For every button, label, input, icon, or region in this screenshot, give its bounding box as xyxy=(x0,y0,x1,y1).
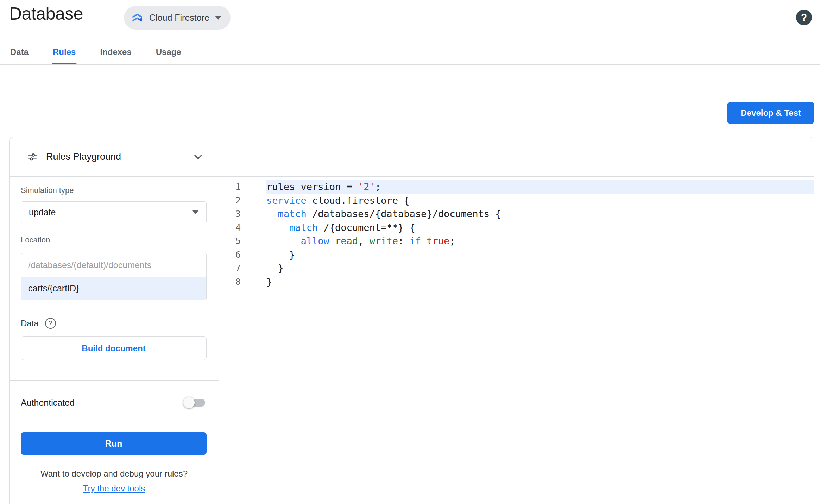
rules-playground-header: Rules Playground xyxy=(10,137,219,177)
help-button[interactable]: ? xyxy=(796,10,812,25)
authenticated-label: Authenticated xyxy=(21,398,75,408)
code-text: match /databases/{database}/documents { xyxy=(266,207,814,221)
simulation-type-select[interactable]: update xyxy=(21,201,207,223)
code-text: service cloud.firestore { xyxy=(266,194,814,208)
rules-playground-panel: Rules Playground Simulation type update … xyxy=(10,137,219,504)
line-number: 8 xyxy=(219,275,266,289)
code-line-7[interactable]: 7 } xyxy=(219,262,814,275)
product-selector-label: Cloud Firestore xyxy=(149,13,209,23)
code-line-1[interactable]: 1rules_version = '2'; xyxy=(219,180,814,194)
code-line-2[interactable]: 2service cloud.firestore { xyxy=(219,194,814,208)
code-line-4[interactable]: 4 match /{document=**} { xyxy=(219,221,814,235)
code-line-6[interactable]: 6 } xyxy=(219,248,814,262)
dev-tools-prompt: Want to develop and debug your rules? xyxy=(10,469,219,479)
tab-usage[interactable]: Usage xyxy=(155,39,182,64)
tab-data[interactable]: Data xyxy=(9,39,30,64)
authenticated-toggle[interactable] xyxy=(183,396,207,409)
line-number: 5 xyxy=(219,234,266,248)
toggle-knob xyxy=(183,397,195,408)
chevron-down-icon xyxy=(192,210,198,214)
code-text: rules_version = '2'; xyxy=(266,180,814,194)
line-number: 4 xyxy=(219,221,266,235)
page-title: Database xyxy=(9,4,83,24)
data-row: Data ? xyxy=(21,318,207,329)
simulation-type-label: Simulation type xyxy=(21,186,207,195)
tab-indexes[interactable]: Indexes xyxy=(99,39,132,64)
rules-editor: 1rules_version = '2';2service cloud.fire… xyxy=(219,137,814,504)
run-row: Run xyxy=(10,409,219,455)
location-label: Location xyxy=(21,235,207,245)
product-selector-chip[interactable]: Cloud Firestore xyxy=(124,6,231,30)
line-number: 1 xyxy=(219,180,266,194)
tune-icon xyxy=(27,152,38,162)
location-prefix: /databases/(default)/documents xyxy=(21,253,206,277)
location-input[interactable]: carts/{cartID} xyxy=(21,277,206,300)
code-text: match /{document=**} { xyxy=(266,221,814,235)
actions-row: Develop & Test xyxy=(0,65,820,124)
build-document-button[interactable]: Build document xyxy=(21,336,207,360)
simulation-type-value: update xyxy=(29,207,56,218)
panel-title: Rules Playground xyxy=(46,151,121,162)
develop-test-button[interactable]: Develop & Test xyxy=(727,102,814,124)
code-text: allow read, write: if true; xyxy=(266,234,814,248)
chevron-down-icon xyxy=(192,151,204,163)
rules-card: Rules Playground Simulation type update … xyxy=(9,137,814,504)
dev-tools-link[interactable]: Try the dev tools xyxy=(10,484,219,493)
authenticated-row: Authenticated xyxy=(10,381,219,409)
data-help-icon[interactable]: ? xyxy=(45,318,56,329)
app-header: Database Cloud Firestore ? xyxy=(0,0,820,39)
code-text: } xyxy=(266,248,814,262)
line-number: 2 xyxy=(219,194,266,208)
tab-rules[interactable]: Rules xyxy=(52,39,77,64)
data-label: Data xyxy=(21,319,39,328)
cloud-firestore-icon xyxy=(131,12,144,24)
code-line-5[interactable]: 5 allow read, write: if true; xyxy=(219,234,814,248)
line-number: 3 xyxy=(219,207,266,221)
panel-body: Simulation type update Location /databas… xyxy=(10,186,219,360)
code-text: } xyxy=(266,275,814,289)
code-line-8[interactable]: 8} xyxy=(219,275,814,289)
collapse-panel-button[interactable] xyxy=(192,151,204,163)
editor-toolbar xyxy=(219,137,814,177)
run-button[interactable]: Run xyxy=(21,432,207,455)
question-mark-glyph: ? xyxy=(801,12,807,23)
question-mark-glyph: ? xyxy=(49,320,52,327)
line-number: 7 xyxy=(219,262,266,275)
chevron-down-icon xyxy=(215,16,221,20)
line-number: 6 xyxy=(219,248,266,262)
code-line-3[interactable]: 3 match /databases/{database}/documents … xyxy=(219,207,814,221)
code-text: } xyxy=(266,262,814,275)
location-field: /databases/(default)/documents carts/{ca… xyxy=(21,253,207,300)
tab-bar: DataRulesIndexesUsage xyxy=(0,39,820,65)
code-editor[interactable]: 1rules_version = '2';2service cloud.fire… xyxy=(219,177,814,504)
